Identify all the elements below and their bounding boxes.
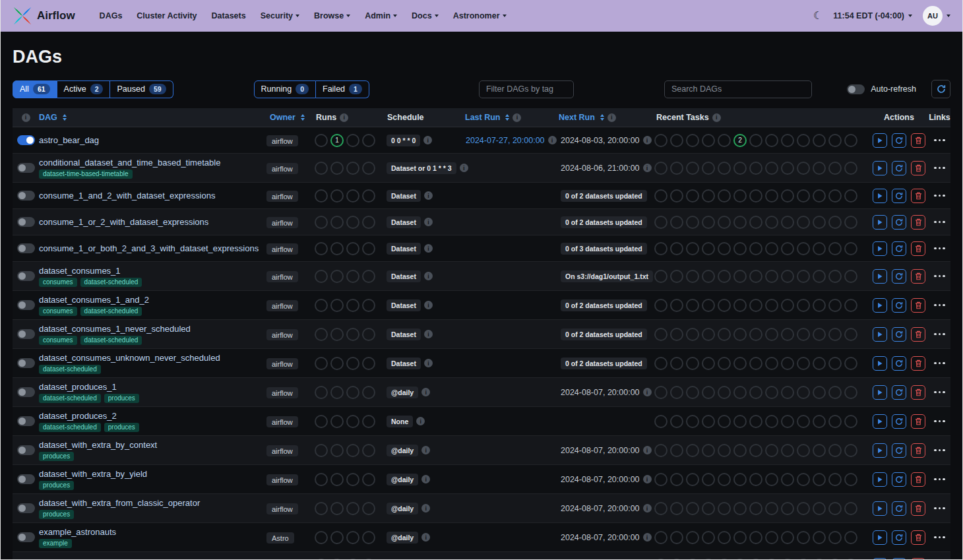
- task-status-circle[interactable]: [686, 531, 699, 544]
- task-status-circle[interactable]: [765, 559, 778, 560]
- dag-name-link[interactable]: dataset_produces_2: [39, 411, 266, 421]
- task-status-circle[interactable]: [702, 270, 715, 283]
- schedule-badge[interactable]: Dataset: [387, 299, 421, 311]
- links-dropdown-button[interactable]: [933, 301, 947, 309]
- links-dropdown-button[interactable]: [933, 505, 947, 513]
- task-status-circle[interactable]: [670, 386, 683, 399]
- task-status-circle[interactable]: [686, 242, 699, 255]
- task-status-circle[interactable]: [749, 328, 762, 341]
- task-status-circle[interactable]: [686, 270, 699, 283]
- reparse-dag-button[interactable]: [892, 472, 906, 487]
- task-status-circle[interactable]: [828, 162, 842, 175]
- task-status-circle[interactable]: [702, 473, 715, 486]
- task-status-circle[interactable]: [781, 415, 794, 428]
- task-status-circle[interactable]: [797, 242, 810, 255]
- task-status-circle[interactable]: [702, 531, 715, 544]
- task-status-circle[interactable]: [781, 162, 794, 175]
- run-status-circle[interactable]: [315, 216, 328, 229]
- run-status-circle[interactable]: [330, 444, 344, 457]
- reparse-dag-button[interactable]: [892, 501, 906, 516]
- schedule-badge[interactable]: None: [387, 559, 413, 560]
- task-status-circle[interactable]: [781, 444, 794, 457]
- task-status-circle[interactable]: [718, 134, 731, 147]
- dag-pause-toggle[interactable]: [17, 329, 35, 339]
- delete-dag-button[interactable]: [911, 558, 925, 560]
- dag-pause-toggle[interactable]: [17, 474, 35, 484]
- delete-dag-button[interactable]: [911, 501, 925, 516]
- task-status-circle[interactable]: [749, 162, 762, 175]
- task-status-circle[interactable]: [654, 134, 668, 147]
- run-status-circle[interactable]: [362, 473, 375, 486]
- run-status-circle[interactable]: [315, 134, 328, 147]
- run-status-circle[interactable]: [346, 242, 359, 255]
- run-status-circle[interactable]: [346, 444, 359, 457]
- links-dropdown-button[interactable]: [933, 330, 947, 338]
- task-status-circle[interactable]: [828, 357, 842, 370]
- nav-item-datasets[interactable]: Datasets: [212, 11, 246, 20]
- task-status-circle[interactable]: [797, 357, 810, 370]
- task-status-circle[interactable]: [718, 328, 731, 341]
- info-icon[interactable]: [460, 164, 468, 172]
- task-status-circle[interactable]: [765, 531, 778, 544]
- task-status-circle[interactable]: [813, 189, 826, 202]
- task-status-circle[interactable]: [654, 162, 668, 175]
- task-status-circle[interactable]: [686, 559, 699, 560]
- task-status-circle[interactable]: [797, 162, 810, 175]
- task-status-circle[interactable]: [781, 357, 794, 370]
- task-status-circle[interactable]: [781, 242, 794, 255]
- trigger-dag-button[interactable]: [873, 189, 887, 203]
- delete-dag-button[interactable]: [911, 133, 925, 148]
- task-status-circle[interactable]: [844, 299, 857, 312]
- task-status-circle[interactable]: [654, 415, 668, 428]
- delete-dag-button[interactable]: [911, 327, 925, 342]
- task-status-circle[interactable]: [749, 386, 762, 399]
- task-status-circle[interactable]: [733, 502, 747, 515]
- task-status-circle[interactable]: [733, 415, 747, 428]
- task-status-circle[interactable]: [654, 189, 668, 202]
- dag-name-link[interactable]: dataset_consumes_1_never_scheduled: [39, 324, 266, 334]
- trigger-dag-button[interactable]: [873, 530, 887, 545]
- task-status-circle[interactable]: [797, 473, 810, 486]
- info-icon[interactable]: [421, 533, 430, 542]
- dag-tag-badge[interactable]: consumes: [39, 336, 77, 345]
- task-status-circle[interactable]: [797, 270, 810, 283]
- task-status-circle[interactable]: [654, 357, 668, 370]
- run-status-circle[interactable]: [330, 328, 344, 341]
- moon-icon[interactable]: ☾: [813, 11, 823, 21]
- task-status-circle[interactable]: [654, 270, 668, 283]
- run-status-circle[interactable]: [362, 328, 375, 341]
- run-status-circle[interactable]: [346, 328, 359, 341]
- run-status-circle[interactable]: [362, 299, 375, 312]
- task-status-circle[interactable]: [654, 559, 668, 560]
- run-status-circle[interactable]: [346, 189, 359, 202]
- info-icon[interactable]: [421, 504, 430, 513]
- run-status-circle[interactable]: [315, 270, 328, 283]
- info-icon[interactable]: [424, 359, 433, 367]
- task-status-circle[interactable]: [813, 473, 826, 486]
- task-status-circle[interactable]: [670, 299, 683, 312]
- task-status-circle[interactable]: [686, 415, 699, 428]
- last-run-link[interactable]: 2024-07-27, 20:00:00: [466, 136, 545, 145]
- schedule-badge[interactable]: Dataset: [387, 190, 421, 202]
- task-status-circle[interactable]: [781, 473, 794, 486]
- run-status-circle[interactable]: [346, 134, 359, 147]
- task-status-circle[interactable]: [718, 444, 731, 457]
- task-status-circle[interactable]: [813, 415, 826, 428]
- task-status-circle[interactable]: [828, 216, 842, 229]
- dag-name-link[interactable]: dataset_with_extra_by_context: [39, 440, 266, 450]
- task-status-circle[interactable]: [765, 357, 778, 370]
- task-status-circle[interactable]: [781, 559, 794, 560]
- dag-tag-badge[interactable]: dataset-scheduled: [39, 423, 101, 432]
- links-dropdown-button[interactable]: [933, 137, 947, 144]
- task-status-circle[interactable]: [670, 531, 683, 544]
- reparse-dag-button[interactable]: [892, 356, 906, 371]
- trigger-dag-button[interactable]: [873, 501, 887, 516]
- task-status-circle[interactable]: [670, 559, 683, 560]
- reparse-dag-button[interactable]: [892, 189, 906, 203]
- nav-item-admin[interactable]: Admin: [365, 11, 397, 20]
- run-status-circle[interactable]: [346, 270, 359, 283]
- task-status-circle[interactable]: [718, 242, 731, 255]
- task-status-circle[interactable]: [670, 162, 683, 175]
- run-status-circle[interactable]: [362, 270, 375, 283]
- column-header-dag[interactable]: DAG: [39, 113, 266, 122]
